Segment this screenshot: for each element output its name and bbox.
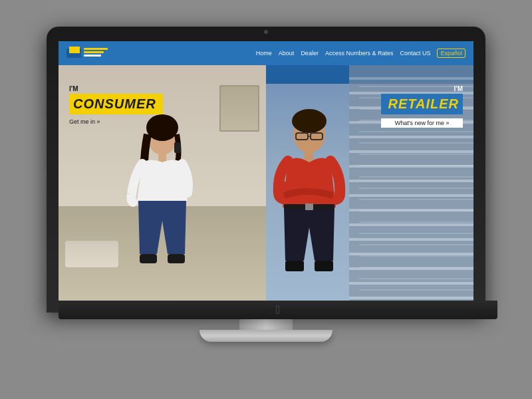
consumer-title-box: CONSUMER	[69, 94, 163, 114]
logo	[66, 45, 113, 61]
consumer-person	[116, 108, 209, 301]
imac-monitor: Home About Dealer Access Numbers & Rates…	[47, 27, 485, 372]
svg-rect-15	[315, 261, 333, 271]
retailer-label: I'M RETAILER What's new for me »	[381, 85, 463, 128]
svg-rect-11	[304, 151, 313, 162]
consumer-panel: I'M CONSUMER Get me in »	[59, 65, 266, 301]
logo-flag-yellow	[69, 47, 80, 53]
consumer-im-text: I'M	[69, 85, 163, 92]
nav-home[interactable]: Home	[256, 50, 272, 57]
logo-graphic	[66, 45, 113, 61]
nav-rates[interactable]: Access Numbers & Rates	[325, 50, 394, 57]
retailer-panel: I'M RETAILER What's new for me »	[266, 65, 473, 301]
nav-links: Home About Dealer Access Numbers & Rates…	[256, 49, 466, 58]
svg-rect-5	[168, 254, 185, 263]
nav-dealer[interactable]: Dealer	[301, 50, 319, 57]
nav-espanol[interactable]: Español	[437, 49, 466, 58]
website: Home About Dealer Access Numbers & Rates…	[59, 41, 473, 301]
svg-rect-4	[140, 254, 157, 263]
nav-about[interactable]: About	[279, 50, 295, 57]
svg-point-7	[292, 109, 327, 133]
hero: I'M CONSUMER Get me in »	[59, 65, 473, 301]
svg-rect-3	[174, 142, 181, 153]
svg-rect-2	[158, 153, 166, 162]
svg-rect-14	[285, 261, 304, 271]
nav-contact[interactable]: Contact US	[400, 50, 430, 57]
imac-chin: 	[59, 301, 497, 319]
consumer-cta-link[interactable]: Get me in »	[69, 118, 163, 125]
logo-line-1	[84, 48, 108, 50]
camera-dot	[264, 30, 268, 34]
decor-sofa	[65, 241, 118, 267]
retailer-cta-link[interactable]: What's new for me »	[381, 118, 463, 128]
svg-rect-13	[305, 203, 313, 210]
screen-bezel: Home About Dealer Access Numbers & Rates…	[47, 27, 485, 313]
retailer-title-box: RETAILER	[381, 94, 463, 114]
retailer-title: RETAILER	[388, 96, 459, 111]
retailer-im-text: I'M	[381, 85, 463, 92]
consumer-title: CONSUMER	[73, 96, 156, 111]
consumer-label: I'M CONSUMER Get me in »	[69, 85, 163, 125]
apple-logo-icon: 	[276, 303, 281, 317]
retailer-person	[266, 101, 369, 301]
imac-stand-base	[200, 330, 332, 342]
logo-line-2	[84, 51, 104, 53]
nav-bar: Home About Dealer Access Numbers & Rates…	[59, 41, 473, 65]
screen: Home About Dealer Access Numbers & Rates…	[59, 41, 473, 301]
logo-line-3	[84, 55, 101, 57]
logo-text-lines	[84, 48, 108, 58]
decor-cabinet	[219, 85, 259, 132]
